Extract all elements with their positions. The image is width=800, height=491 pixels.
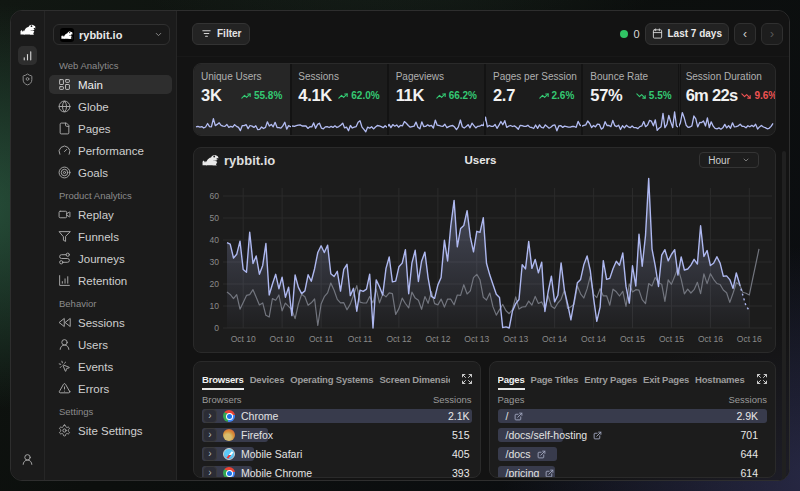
svg-text:Oct 15: Oct 15	[659, 334, 684, 344]
svg-text:Oct 14: Oct 14	[542, 334, 567, 344]
svg-text:Oct 12: Oct 12	[386, 334, 411, 344]
svg-text:40: 40	[210, 235, 220, 245]
svg-text:Oct 15: Oct 15	[620, 334, 645, 344]
svg-text:20: 20	[210, 279, 220, 289]
svg-text:Oct 13: Oct 13	[464, 334, 489, 344]
svg-text:Oct 11: Oct 11	[348, 334, 373, 344]
svg-text:50: 50	[210, 213, 220, 223]
svg-text:Oct 16: Oct 16	[698, 334, 723, 344]
svg-text:Oct 12: Oct 12	[425, 334, 450, 344]
svg-text:60: 60	[210, 191, 220, 201]
svg-text:Oct 16: Oct 16	[737, 334, 762, 344]
svg-text:Oct 10: Oct 10	[270, 334, 295, 344]
svg-text:10: 10	[210, 301, 220, 311]
svg-text:0: 0	[214, 323, 219, 333]
svg-text:Oct 14: Oct 14	[581, 334, 606, 344]
svg-text:Oct 10: Oct 10	[231, 334, 256, 344]
svg-text:30: 30	[210, 257, 220, 267]
svg-text:Oct 13: Oct 13	[503, 334, 528, 344]
svg-text:Oct 11: Oct 11	[309, 334, 334, 344]
